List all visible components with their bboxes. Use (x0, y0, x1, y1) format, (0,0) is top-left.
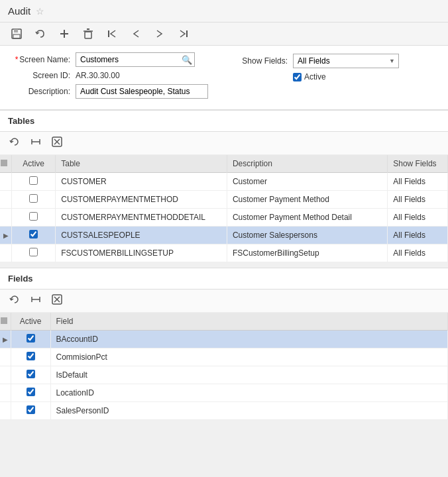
table-row[interactable]: FSCUSTOMERBILLINGSETUP FSCustomerBilling… (0, 244, 448, 262)
field-name: LocationID (50, 384, 448, 402)
page-title: Audit (8, 5, 30, 17)
row-active-cell[interactable] (12, 227, 56, 244)
description-input[interactable] (76, 84, 208, 99)
col-active-header[interactable]: Active (12, 155, 56, 173)
show-fields-select[interactable]: All Fields Modified Fields (293, 54, 399, 68)
fields-refresh-button[interactable] (7, 293, 23, 309)
tables-tbody: CUSTOMER Customer All Fields CUSTOMERPAY… (0, 173, 448, 262)
svg-rect-2 (13, 34, 20, 38)
row-arrow-cell: ▶ (0, 227, 12, 244)
description-label: Description: (11, 87, 70, 96)
undo-button[interactable] (32, 26, 49, 41)
field-name: IsDefault (50, 366, 448, 384)
delete-button[interactable] (80, 26, 97, 41)
row-active-cell[interactable] (12, 191, 56, 209)
row-active-checkbox[interactable] (29, 248, 38, 256)
tables-table-container: Active Table Description Show Fields CUS… (0, 155, 448, 262)
row-show-fields: All Fields (388, 191, 448, 209)
row-arrow-cell (0, 191, 12, 209)
fields-toolbar (0, 290, 448, 313)
fields-col-field-header[interactable]: Field (50, 313, 448, 331)
search-icon: 🔍 (182, 55, 192, 65)
table-row[interactable]: ▶ CUSTSALESPEOPLE Customer Salespersons … (0, 227, 448, 244)
col-showfields-header[interactable]: Show Fields (388, 155, 448, 173)
row-description: FSCustomerBillingSetup (227, 244, 387, 262)
field-row[interactable]: IsDefault (0, 366, 448, 384)
table-row[interactable]: CUSTOMER Customer All Fields (0, 173, 448, 191)
field-active-cell[interactable] (11, 331, 50, 348)
save-button[interactable] (8, 26, 25, 41)
tables-toolbar (0, 132, 448, 155)
show-fields-label: Show Fields: (228, 56, 288, 66)
tables-table: Active Table Description Show Fields CUS… (0, 155, 448, 262)
row-show-fields: All Fields (388, 244, 448, 262)
fields-fit-button[interactable] (28, 293, 44, 309)
col-description-header[interactable]: Description (227, 155, 387, 173)
row-arrow-cell (0, 173, 12, 191)
fields-col-indicator (0, 313, 11, 331)
row-description: Customer (227, 173, 387, 191)
fields-tbody: ▶ BAccountID CommisionPct IsDefault Loca… (0, 331, 448, 420)
svg-rect-23 (1, 317, 7, 324)
row-active-checkbox[interactable] (29, 212, 38, 221)
field-active-checkbox[interactable] (27, 405, 35, 414)
row-active-cell[interactable] (12, 173, 56, 191)
row-arrow-cell (0, 244, 12, 262)
screen-id-label: Screen ID: (11, 71, 70, 80)
field-row[interactable]: CommisionPct (0, 348, 448, 366)
field-active-checkbox[interactable] (27, 388, 35, 396)
favorite-icon[interactable]: ☆ (36, 6, 44, 17)
row-table-name: FSCUSTOMERBILLINGSETUP (56, 244, 227, 262)
add-button[interactable] (56, 26, 73, 41)
active-checkbox[interactable] (293, 73, 302, 81)
field-name: SalesPersonID (50, 402, 448, 420)
field-active-checkbox[interactable] (27, 352, 35, 360)
field-active-checkbox[interactable] (27, 370, 35, 378)
svg-rect-1 (14, 29, 18, 32)
field-row-arrow-cell: ▶ (0, 331, 11, 348)
fields-table: Active Field ▶ BAccountID CommisionPct I… (0, 313, 448, 420)
row-table-name: CUSTOMERPAYMENTMETHOD (56, 191, 227, 209)
screen-name-input[interactable] (76, 52, 195, 67)
field-active-cell[interactable] (11, 366, 50, 384)
field-active-cell[interactable] (11, 348, 50, 366)
row-active-checkbox[interactable] (29, 194, 38, 203)
fields-section: Fields Active Field ▶ (0, 268, 448, 420)
fields-table-container: Active Field ▶ BAccountID CommisionPct I… (0, 313, 448, 420)
fields-section-header: Fields (0, 268, 448, 290)
prev-button[interactable] (127, 26, 144, 41)
svg-rect-5 (85, 32, 91, 38)
row-active-cell[interactable] (12, 244, 56, 262)
field-row[interactable]: LocationID (0, 384, 448, 402)
field-name: BAccountID (50, 331, 448, 348)
table-row[interactable]: CUSTOMERPAYMENTMETHODDETAIL Customer Pay… (0, 209, 448, 227)
fields-clear-button[interactable] (49, 293, 65, 309)
last-button[interactable] (175, 26, 192, 41)
row-active-checkbox[interactable] (29, 230, 38, 238)
field-active-cell[interactable] (11, 402, 50, 420)
field-row-arrow-cell (0, 384, 11, 402)
field-active-checkbox[interactable] (27, 334, 35, 343)
row-active-checkbox[interactable] (29, 176, 38, 185)
row-table-name: CUSTOMER (56, 173, 227, 191)
row-description: Customer Payment Method (227, 191, 387, 209)
col-table-header[interactable]: Table (56, 155, 227, 173)
row-table-name: CUSTOMERPAYMENTMETHODDETAIL (56, 209, 227, 227)
col-row-indicator (0, 155, 12, 173)
row-show-fields: All Fields (388, 173, 448, 191)
row-active-cell[interactable] (12, 209, 56, 227)
first-button[interactable] (103, 26, 121, 41)
field-row[interactable]: SalesPersonID (0, 402, 448, 420)
field-name: CommisionPct (50, 348, 448, 366)
next-button[interactable] (151, 26, 168, 41)
field-active-cell[interactable] (11, 384, 50, 402)
tables-refresh-button[interactable] (7, 135, 23, 151)
field-row-arrow-cell (0, 366, 11, 384)
fields-col-active-header[interactable]: Active (11, 313, 50, 331)
tables-section-header: Tables (0, 111, 448, 132)
table-row[interactable]: CUSTOMERPAYMENTMETHOD Customer Payment M… (0, 191, 448, 209)
field-row[interactable]: ▶ BAccountID (0, 331, 448, 348)
row-table-name: CUSTSALESPEOPLE (56, 227, 227, 244)
tables-clear-button[interactable] (49, 135, 65, 151)
tables-fit-button[interactable] (28, 135, 44, 151)
